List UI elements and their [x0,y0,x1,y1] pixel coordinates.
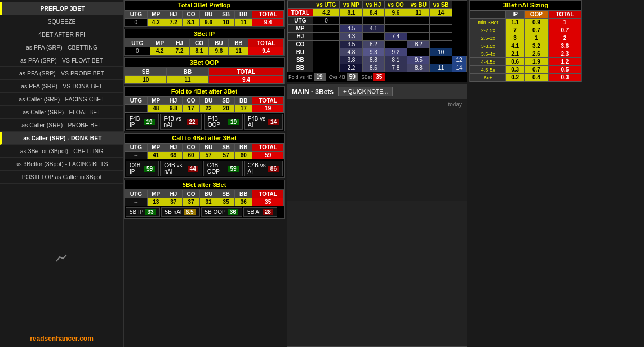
3bet-oop-section: 3Bet OOP SBBBTOTAL 10 11 9.4 [124,57,285,84]
sidebar-item-caller-donk[interactable]: as Caller (SRP) - DONK BET [0,132,123,145]
5b-ai-box: 5B AI 28 [243,207,277,217]
col-utg: UTG [125,11,148,19]
c4b-nai-box: C4B vs nAI 44 [160,161,202,176]
sizing-table: IP OOP TOTAL min-3Bet 1.1 0.9 1 2-2.5x 7… [470,10,581,82]
sidebar-item-postflop-caller[interactable]: POSTFLOP as Caller in 3Bpot [0,171,123,184]
notes-title: MAIN - 3Bets [292,88,334,96]
notes-header: MAIN - 3Bets + QUICK NOTE... [287,84,467,99]
sidebar-item-3bettor-facing[interactable]: as 3Bettor (3Bpot) - FACING BETS [0,158,123,171]
fold-4bet-section: Fold to 4Bet after 3Bet UTGMPHJCOBUSBBBT… [124,86,285,131]
5b-oop-box: 5B OOP 36 [201,207,242,217]
5bet-title: 5Bet after 3Bet [125,180,284,190]
5bet-table: UTGMPHJCOBUSBBBTOTAL -- 13 37 37 31 35 3… [125,190,284,206]
sizing-panel: 3Bet nAI Sizing IP OOP TOTAL min-3Bet 1.… [469,0,582,347]
sidebar-item-caller-float[interactable]: as Caller (SRP) - FLOAT BET [0,106,123,119]
sidebar: PREFLOP 3BET SQUEEZE 4BET AFTER RFI as P… [0,0,124,347]
3bet-oop-title: 3Bet OOP [125,58,284,68]
f4b-ai-box: F4B vs AI 14 [244,114,283,130]
f4b-oop-val: 19 [228,119,239,125]
fold4b-label: Fold vs 4B [288,74,313,80]
f4b-ip-box: F4B IP 19 [126,114,159,130]
sidebar-item-caller-cbet[interactable]: as Caller (SRP) - FACING CBET [0,93,123,106]
left-tables-panel: Total 3Bet Preflop UTG MP HJ CO BU SB BB… [124,0,285,347]
f4b-ip-label: F4B IP [130,115,142,128]
chart-icon[interactable] [0,249,123,267]
f4b-ai-val: 14 [268,119,279,125]
main-content: Total 3Bet Preflop UTG MP HJ CO BU SB BB… [124,0,644,347]
f4b-nai-label: F4B vs nAI [164,115,185,128]
call-4bet-title: Call to 4Bet after 3Bet [125,134,284,143]
3bet-ip-section: 3Bet IP UTGMPHJCOBUBBTOTAL 0 4.2 7.2 8.1… [124,29,285,56]
sizing-title: 3Bet nAI Sizing [470,1,581,10]
3bet-ip-title: 3Bet IP [125,29,284,39]
fold-stats-row: Fold vs 4B 19 Cvs 4B 59 5Bet 35 [287,72,467,82]
sidebar-item-3bettor-cbet[interactable]: as 3Bettor (3Bpot) - CBETTING [0,145,123,158]
website-label: readsenhancer.com [0,332,123,345]
f4b-nai-val: 22 [187,119,198,125]
cell-total: 9.4 [252,19,284,26]
5b-nai-box: 5B nAI 6.5 [161,207,200,217]
cell-sb: 10 [217,19,235,26]
c4b-ai-box: C4B vs AI 86 [244,161,283,176]
total-3bet-table: UTG MP HJ CO BU SB BB TOTAL 0 4.2 7.2 8.… [125,10,284,26]
total-3bet-title: Total 3Bet Preflop [125,1,284,10]
col-hj: HJ [165,11,182,19]
5bet-section: 5Bet after 3Bet UTGMPHJCOBUSBBBTOTAL -- … [124,180,285,219]
cvs4b-label: Cvs 4B [329,74,345,80]
3bet-ip-table: UTGMPHJCOBUBBTOTAL 0 4.2 7.2 8.1 9.6 11 … [125,39,284,55]
col-bu: BU [200,11,217,19]
cell-mp: 4.2 [147,19,165,26]
cell-bu: 9.6 [200,19,217,26]
cell-utg: 0 [125,19,148,26]
5bet-fold-val: 35 [373,73,385,81]
col-mp: MP [147,11,165,19]
5bet-fold-label: 5Bet [362,74,372,80]
sidebar-item-preflop-3bet[interactable]: PREFLOP 3BET [0,2,123,15]
f4b-ip-val: 19 [144,119,154,125]
3bet-oop-table: SBBBTOTAL 10 11 9.4 [125,68,284,84]
fold4b-val: 19 [314,73,326,81]
5b-ip-box: 5B IP 33 [126,207,160,217]
col-bb: BB [235,11,252,19]
f4b-ai-label: F4B vs AI [248,115,267,128]
c4b-ip-box: C4B IP 59 [126,161,159,176]
sidebar-item-pfa-donk[interactable]: as PFA (SRP) - VS DONK BET [0,80,123,93]
notes-timestamp: today [448,101,462,108]
notes-body[interactable]: today [287,99,467,201]
notes-section: MAIN - 3Bets + QUICK NOTE... today [287,84,467,347]
sidebar-item-caller-probe[interactable]: as Caller (SRP) - PROBE BET [0,119,123,132]
cvs4b-val: 59 [347,73,358,81]
f4b-nai-box: F4B vs nAI 22 [160,114,202,130]
cell-bb: 11 [235,19,252,26]
sidebar-item-4bet[interactable]: 4BET AFTER RFI [0,28,123,41]
f4b-oop-label: F4B OOP [208,115,226,128]
center-matrix-section: vs UTG vs MP vs HJ vs CO vs BU vs SB TOT… [287,0,467,82]
total-3bet-section: Total 3Bet Preflop UTG MP HJ CO BU SB BB… [124,0,285,27]
sidebar-item-squeeze[interactable]: SQUEEZE [0,15,123,28]
call-4bet-table: UTGMPHJCOBUSBBBTOTAL -- 41 69 60 57 57 6… [125,143,284,159]
cell-co: 8.1 [182,19,199,26]
cell-hj: 7.2 [165,19,182,26]
fold-4bet-table: UTGMPHJCOBUSBBBTOTAL -- 48 9.8 17 22 20 … [125,96,284,113]
sidebar-item-pfa-probe[interactable]: as PFA (SRP) - VS PROBE BET [0,67,123,80]
col-co: CO [182,11,199,19]
col-sb: SB [217,11,235,19]
call-4bet-section: Call to 4Bet after 3Bet UTGMPHJCOBUSBBBT… [124,133,285,178]
fold-4bet-title: Fold to 4Bet after 3Bet [125,87,284,96]
quick-note-button[interactable]: + QUICK NOTE... [338,87,393,96]
center-matrix-table: vs UTG vs MP vs HJ vs CO vs BU vs SB TOT… [287,1,467,72]
sidebar-item-pfa-cbet[interactable]: as PFA (SRP) - CBETTING [0,41,123,54]
center-panel: vs UTG vs MP vs HJ vs CO vs BU vs SB TOT… [287,0,467,347]
c4b-oop-box: C4B OOP 59 [203,161,243,176]
col-total: TOTAL [252,11,284,19]
sizing-section: 3Bet nAI Sizing IP OOP TOTAL min-3Bet 1.… [469,0,582,82]
f4b-oop-box: F4B OOP 19 [204,114,243,130]
sidebar-item-pfa-float[interactable]: as PFA (SRP) - VS FLOAT BET [0,54,123,67]
